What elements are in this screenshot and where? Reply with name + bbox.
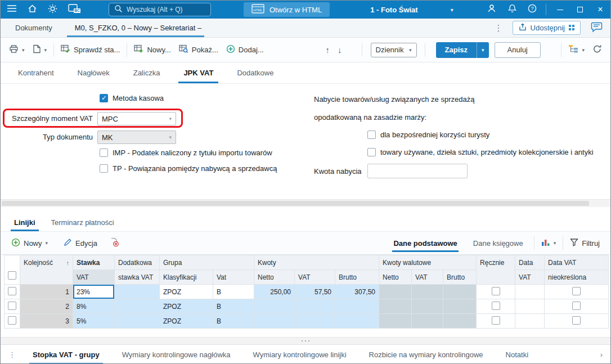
hierarchy-button[interactable]: ▾ [564,42,588,59]
tab-terminarz-platnosci[interactable]: Terminarz płatności [43,214,122,231]
column-header-dodatkowa[interactable]: Dodatkowa [115,255,160,270]
cell-nieokreslona-checkbox[interactable] [545,314,609,329]
cell-recznie-checkbox[interactable] [477,299,515,314]
cell-netto[interactable] [254,314,295,329]
main-menu-button[interactable] [2,1,22,19]
cell-w-brutto[interactable] [443,299,477,314]
cell-w-vat[interactable] [412,299,443,314]
kwota-nabycia-input[interactable] [367,164,468,178]
subheader-w-vat[interactable]: VAT [412,270,443,285]
subheader-brutto[interactable]: Brutto [335,270,379,285]
metoda-kasowa-checkbox[interactable]: Metoda kasowa [100,94,164,102]
tab-dane-ksiegowe[interactable]: Dane księgowe [465,232,531,254]
edit-line-button[interactable]: Edycja [60,235,101,251]
cell-vat[interactable]: B [213,314,254,329]
filter-button[interactable]: Filtruj [566,235,604,251]
table-row[interactable]: 3 5% ZPOZ B [5,314,609,329]
cell-data-vat[interactable] [515,299,545,314]
close-button[interactable]: × [590,1,610,19]
cell-grupa[interactable]: ZPOZ [160,299,213,314]
cell-dodatkowa[interactable] [115,285,160,299]
delete-line-button[interactable] [106,235,123,251]
tab-linijki[interactable]: Linijki [6,214,43,231]
cell-brutto[interactable] [335,299,379,314]
bottom-tab-stopka-vat[interactable]: Stopka VAT - grupy [21,345,111,364]
chart-view-button[interactable]: ▾ [537,235,560,251]
row-select-checkbox[interactable] [5,314,20,329]
column-header-kolejnosc[interactable]: Kolejność↑ [20,255,73,285]
cell-w-brutto[interactable] [443,314,477,329]
cell-vat[interactable]: B [213,285,254,299]
cell-stawka-active[interactable]: 23% [73,285,115,299]
cell-vat-kwota[interactable]: 57,50 [295,285,335,299]
cell-data-vat[interactable] [515,314,545,329]
print-button[interactable]: ▾ [5,42,29,59]
bottom-tab-wymiary-linijki[interactable]: Wymiary kontrolingowe linijki [242,345,358,364]
cell-brutto[interactable]: 307,50 [335,285,379,299]
notifications-button[interactable] [502,1,522,19]
subheader-dodatkowa-stawka[interactable]: stawka VAT [115,270,160,285]
scrollbar-thumb[interactable] [2,201,589,206]
table-row[interactable]: 2 8% ZPOZ B [5,299,609,314]
save-button[interactable]: Zapisz ▾ [436,42,489,58]
splitter-grip[interactable] [300,340,312,342]
bottom-tab-notatki[interactable]: Notatki [495,345,540,364]
column-header-grupa[interactable]: Grupa [160,255,254,270]
subheader-netto[interactable]: Netto [254,270,295,285]
show-button[interactable]: Pokaż... [175,42,222,59]
form-horizontal-scrollbar[interactable] [1,199,610,207]
table-row[interactable]: 1 23% ZPOZ B 250,00 57,50 307,50 [5,285,609,299]
tab-dodatkowe[interactable]: Dodatkowe [225,62,285,83]
row-select-checkbox[interactable] [5,285,20,299]
tab-zaliczka[interactable]: Zaliczka [122,62,172,83]
refresh-button[interactable] [588,42,606,59]
open-html-button[interactable]: HTML Otwórz w HTML [244,2,330,17]
imp-checkbox[interactable]: IMP - Podatek naliczony z tytułu importu… [100,149,272,157]
subheader-data-vat[interactable]: VAT [515,270,545,285]
column-header-data[interactable]: Data [515,255,545,270]
tab-naglowek[interactable]: Nagłówek [66,62,122,83]
cell-data-vat[interactable] [515,285,545,299]
tab-dokumenty[interactable]: Dokumenty [1,19,67,37]
home-button[interactable] [22,1,42,19]
subheader-vat-kwota[interactable]: VAT [295,270,335,285]
subheader-w-brutto[interactable]: Brutto [443,270,477,285]
cell-dodatkowa[interactable] [115,299,160,314]
cell-brutto[interactable] [335,314,379,329]
bottom-overflow-menu-icon[interactable]: ⋮ [3,345,21,364]
cell-netto[interactable] [254,299,295,314]
subheader-vat[interactable]: Vat [213,270,254,285]
brightness-button[interactable] [42,1,62,19]
szczegolny-moment-vat-select[interactable]: MPC ▾ [97,112,176,125]
cell-recznie-checkbox[interactable] [477,314,515,329]
column-header-recznie[interactable]: Ręcznie [477,255,515,285]
cell-kolejnosc[interactable]: 2 [20,299,73,314]
cell-vat-kwota[interactable] [295,314,335,329]
feedback-chat-button[interactable] [588,21,605,35]
export-button[interactable]: ▾ [29,42,51,59]
subheader-stawka-vat[interactable]: VAT [73,270,115,285]
column-header-data-vat[interactable]: Data VAT [545,255,609,270]
cell-w-netto[interactable] [379,314,412,329]
new-document-button[interactable]: Nowy... [130,42,174,59]
global-search-box[interactable] [109,3,211,16]
move-down-button[interactable]: ↓ [334,42,346,59]
table-horizontal-scrollbar[interactable] [1,337,610,344]
select-all-checkbox[interactable] [5,255,20,285]
subheader-nieokreslona[interactable]: nieokreślona [545,270,609,285]
scroll-tabs-right-button[interactable]: › [595,345,608,364]
cell-stawka[interactable]: 5% [73,314,115,329]
cell-nieokreslona-checkbox[interactable] [545,285,609,299]
cell-w-brutto[interactable] [443,285,477,299]
cell-vat[interactable]: B [213,299,254,314]
turysta-checkbox[interactable]: dla bezpośredniej korzyści turysty [367,131,489,139]
minimize-button[interactable] [550,1,570,19]
check-status-button[interactable]: Sprawdź sta... [57,42,124,59]
cell-w-netto[interactable] [379,285,412,299]
tab-active-document[interactable]: M0, S_FZKO, 0 – Nowy – Sekretariat – ... [67,19,204,37]
cell-w-netto[interactable] [379,299,412,314]
help-button[interactable]: ? [522,1,542,19]
cell-vat-kwota[interactable] [295,299,335,314]
cell-netto[interactable]: 250,00 [254,285,295,299]
cell-stawka[interactable]: 8% [73,299,115,314]
